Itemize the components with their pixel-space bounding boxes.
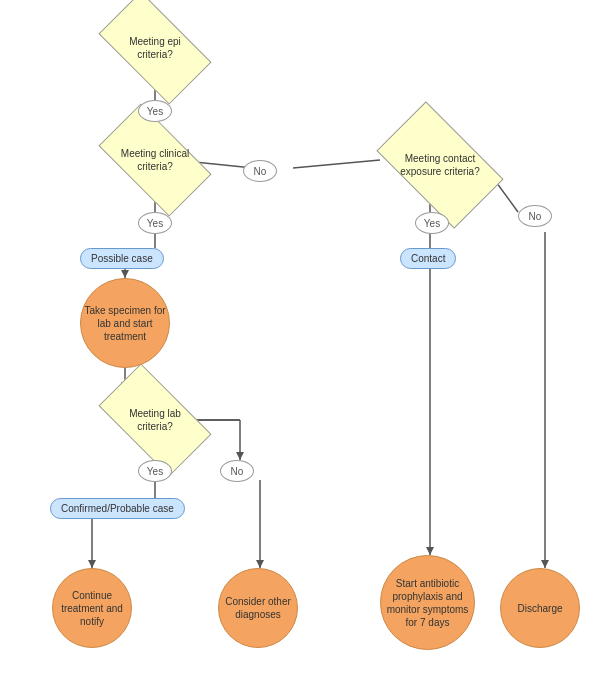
diamond-clinical-label: Meeting clinical criteria?: [110, 147, 200, 173]
diamond-lab-label: Meeting lab criteria?: [110, 407, 200, 433]
circle-discharge: Discharge: [500, 568, 580, 648]
diamond-contact-exposure: Meeting contact exposure criteria?: [376, 101, 503, 228]
svg-marker-6: [121, 270, 129, 278]
circle-antibiotic: Start antibiotic prophylaxis and monitor…: [380, 555, 475, 650]
circle-continue-treatment: Continue treatment and notify: [52, 568, 132, 648]
diamond-epi: Meeting epi criteria?: [98, 0, 211, 105]
oval-yes1: Yes: [138, 100, 172, 122]
diamond-contact-label: Meeting contact exposure criteria?: [390, 152, 490, 178]
svg-marker-24: [541, 560, 549, 568]
label-confirmed: Confirmed/Probable case: [50, 498, 185, 519]
svg-marker-12: [88, 560, 96, 568]
svg-marker-27: [236, 452, 244, 460]
label-contact: Contact: [400, 248, 456, 269]
circle-take-specimen: Take specimen for lab and start treatmen…: [80, 278, 170, 368]
oval-no2: No: [220, 460, 254, 482]
oval-yes4: Yes: [415, 212, 449, 234]
flowchart: Meeting epi criteria? Meeting clinical c…: [0, 0, 605, 681]
svg-marker-21: [426, 547, 434, 555]
oval-no3: No: [518, 205, 552, 227]
circle-consider-diagnoses: Consider other diagnoses: [218, 568, 298, 648]
diamond-epi-label: Meeting epi criteria?: [110, 35, 200, 61]
oval-no1: No: [243, 160, 277, 182]
svg-line-17: [293, 160, 380, 168]
label-possible-case: Possible case: [80, 248, 164, 269]
oval-yes2: Yes: [138, 212, 172, 234]
oval-yes3: Yes: [138, 460, 172, 482]
svg-marker-15: [256, 560, 264, 568]
